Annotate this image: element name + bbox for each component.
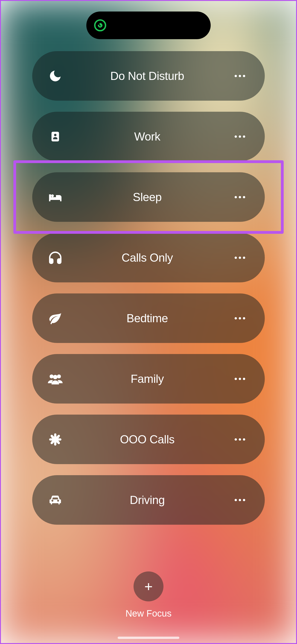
svg-point-4 [57, 374, 61, 378]
asterisk-icon [46, 430, 64, 449]
moon-icon [46, 67, 64, 85]
focus-item-bedtime[interactable]: Bedtime [32, 294, 265, 343]
bed-icon [46, 188, 64, 206]
focus-label: Calls Only [64, 251, 230, 264]
focus-label: Sleep [64, 190, 230, 204]
focus-label: Driving [64, 493, 230, 507]
headphones-icon [46, 248, 64, 267]
svg-point-2 [54, 134, 57, 136]
more-options-button[interactable] [230, 434, 250, 445]
focus-item-do-not-disturb[interactable]: Do Not Disturb [32, 51, 265, 101]
people-icon [46, 370, 64, 388]
new-focus-section: + New Focus [0, 572, 297, 619]
more-options-button[interactable] [230, 373, 250, 385]
more-options-button[interactable] [230, 252, 250, 264]
more-options-button[interactable] [230, 312, 250, 324]
more-options-button[interactable] [230, 494, 250, 506]
focus-label: OOO Calls [64, 433, 230, 446]
more-options-button[interactable] [230, 192, 250, 203]
focus-label: Bedtime [64, 312, 230, 325]
leaf-icon [46, 309, 64, 328]
focus-item-calls-only[interactable]: Calls Only [32, 233, 265, 282]
link-circle-icon [93, 18, 107, 32]
focus-sheet: Do Not Disturb Work [0, 0, 297, 644]
more-options-button[interactable] [230, 70, 250, 82]
svg-rect-1 [52, 132, 59, 142]
plus-icon: + [144, 579, 153, 594]
badge-icon [46, 127, 64, 146]
focus-label: Work [64, 130, 230, 143]
focus-item-family[interactable]: Family [32, 354, 265, 404]
dynamic-island[interactable] [86, 12, 211, 39]
more-options-button[interactable] [230, 131, 250, 142]
home-indicator[interactable] [118, 637, 179, 639]
focus-item-ooo-calls[interactable]: OOO Calls [32, 414, 265, 464]
svg-point-3 [50, 374, 54, 378]
focus-label: Do Not Disturb [64, 69, 230, 83]
car-icon [46, 491, 64, 509]
new-focus-button[interactable]: + [134, 572, 164, 602]
svg-point-5 [53, 375, 57, 379]
focus-label: Family [64, 372, 230, 386]
focus-mode-list: Do Not Disturb Work [0, 51, 297, 525]
new-focus-label: New Focus [126, 608, 172, 619]
focus-item-sleep[interactable]: Sleep [32, 172, 265, 222]
focus-item-driving[interactable]: Driving [32, 475, 265, 525]
focus-item-work[interactable]: Work [32, 112, 265, 161]
